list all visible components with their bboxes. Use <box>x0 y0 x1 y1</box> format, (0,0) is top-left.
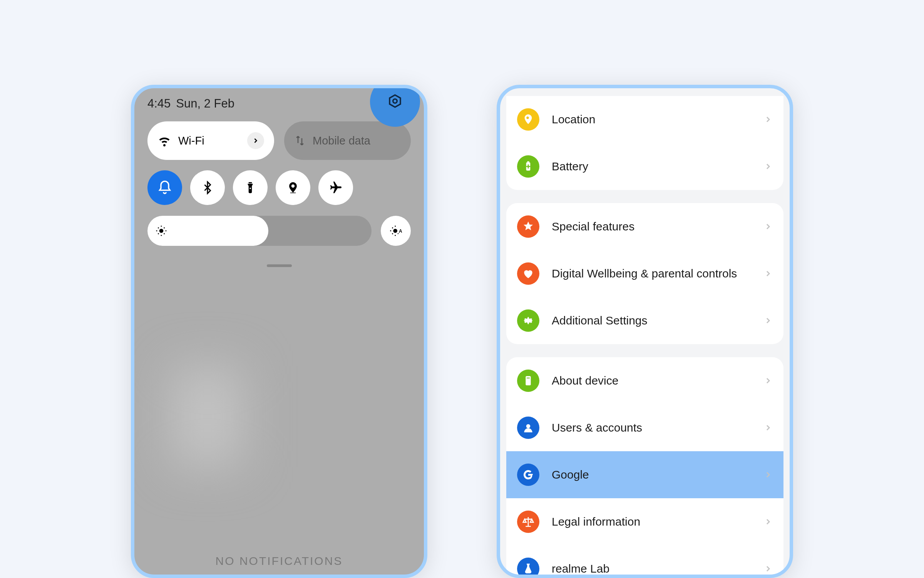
chevron-right-icon <box>763 517 773 526</box>
wifi-expand-button[interactable] <box>247 132 264 149</box>
settings-row-users-accounts[interactable]: Users & accounts <box>506 404 783 451</box>
settings-row-about-device[interactable]: About device <box>506 357 783 404</box>
flashlight-tile[interactable] <box>233 170 268 205</box>
star-icon <box>517 215 539 238</box>
quick-tiles-row <box>134 160 424 205</box>
settings-row-label: Users & accounts <box>552 421 763 434</box>
settings-row-label: Battery <box>552 160 763 173</box>
chevron-right-icon <box>763 564 773 573</box>
settings-row-additional-settings[interactable]: Additional Settings <box>506 297 783 344</box>
chevron-right-icon <box>763 316 773 325</box>
settings-row-special-features[interactable]: Special features <box>506 203 783 250</box>
settings-group-1: LocationBattery <box>506 96 783 190</box>
svg-rect-7 <box>526 166 531 167</box>
shade-drag-handle[interactable] <box>267 264 292 267</box>
settings-row-label: Digital Wellbeing & parental controls <box>552 267 763 280</box>
bluetooth-icon <box>201 181 214 195</box>
settings-row-battery[interactable]: Battery <box>506 143 783 190</box>
wallpaper-blur <box>173 366 242 467</box>
svg-point-10 <box>526 424 531 428</box>
scale-icon <box>517 511 539 533</box>
settings-row-label: Google <box>552 468 763 481</box>
wifi-icon <box>157 134 171 148</box>
svg-rect-5 <box>527 161 529 163</box>
settings-row-label: Additional Settings <box>552 314 763 327</box>
settings-row-realme-lab[interactable]: realme Lab <box>506 545 783 578</box>
notification-shade: 4:45 Sun, 2 Feb Wi-Fi Mobile data <box>131 85 427 578</box>
airplane-icon <box>328 180 343 195</box>
settings-row-legal-information[interactable]: Legal information <box>506 498 783 545</box>
svg-rect-8 <box>526 376 531 385</box>
flashlight-icon <box>244 181 257 194</box>
location-tile[interactable] <box>276 170 310 205</box>
settings-group-2: Special featuresDigital Wellbeing & pare… <box>506 203 783 344</box>
chevron-right-icon <box>763 162 773 171</box>
lab-icon <box>517 558 539 578</box>
location-pin-icon <box>286 181 300 194</box>
chevron-right-icon <box>763 115 773 124</box>
chevron-right-icon <box>763 423 773 432</box>
bell-icon <box>157 180 172 195</box>
mobile-data-toggle[interactable]: Mobile data <box>284 121 411 160</box>
wifi-label: Wi-Fi <box>178 134 204 147</box>
gear-icon <box>517 309 539 332</box>
svg-point-2 <box>393 229 397 233</box>
sound-tile[interactable] <box>147 170 182 205</box>
settings-row-label: Location <box>552 113 763 126</box>
svg-rect-9 <box>527 378 530 378</box>
bluetooth-tile[interactable] <box>190 170 225 205</box>
data-arrows-icon <box>294 135 306 146</box>
brightness-fill <box>147 216 268 246</box>
shade-header: 4:45 Sun, 2 Feb <box>134 88 424 114</box>
location-icon <box>517 108 539 131</box>
airplane-tile[interactable] <box>318 170 353 205</box>
chevron-right-icon <box>763 470 773 479</box>
chevron-right-icon <box>252 137 259 144</box>
settings-row-digital-wellbeing-parental-controls[interactable]: Digital Wellbeing & parental controls <box>506 250 783 297</box>
chevron-right-icon <box>763 222 773 231</box>
auto-brightness-icon: A <box>390 225 402 237</box>
brightness-slider[interactable] <box>147 216 372 246</box>
brightness-row: A <box>134 205 424 246</box>
user-icon <box>517 417 539 439</box>
svg-point-0 <box>393 99 397 103</box>
settings-row-label: Legal information <box>552 515 763 528</box>
no-notifications-label: NO NOTIFICATIONS <box>134 554 424 568</box>
settings-row-label: realme Lab <box>552 562 763 575</box>
google-icon <box>517 464 539 486</box>
clock-date: Sun, 2 Feb <box>176 97 234 111</box>
wifi-toggle[interactable]: Wi-Fi <box>147 121 274 160</box>
battery-icon <box>517 155 539 178</box>
chevron-right-icon <box>763 376 773 385</box>
settings-row-google[interactable]: Google <box>506 451 783 498</box>
settings-row-label: Special features <box>552 220 763 233</box>
chevron-right-icon <box>763 269 773 278</box>
heart-icon <box>517 262 539 285</box>
mobile-data-label: Mobile data <box>313 134 370 147</box>
clock-time: 4:45 <box>147 97 171 111</box>
settings-screen: LocationBattery Special featuresDigital … <box>497 85 793 578</box>
settings-icon <box>387 94 403 110</box>
settings-row-location[interactable]: Location <box>506 96 783 143</box>
settings-group-3: About deviceUsers & accountsGoogleLegal … <box>506 357 783 578</box>
settings-row-label: About device <box>552 374 763 387</box>
auto-brightness-toggle[interactable]: A <box>381 216 411 246</box>
svg-point-1 <box>159 229 164 233</box>
device-icon <box>517 370 539 392</box>
brightness-icon <box>155 225 167 237</box>
svg-text:A: A <box>399 229 402 234</box>
